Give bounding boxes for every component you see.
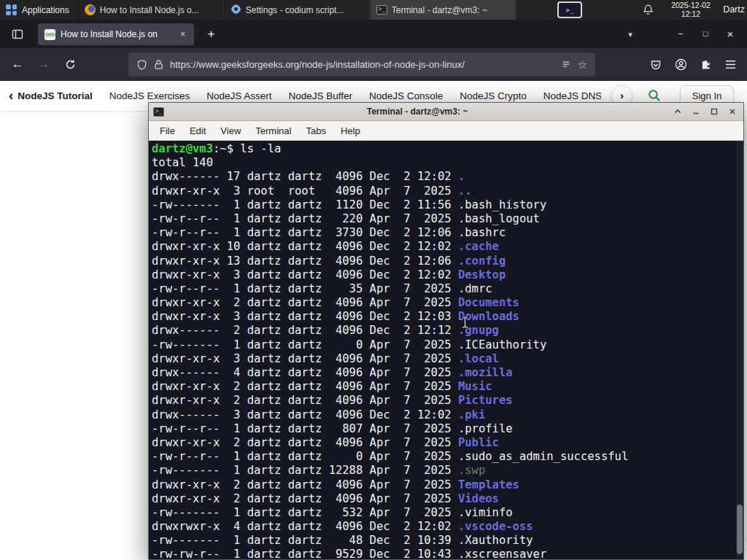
nav-link-nodejs-tutorial[interactable]: NodeJS Tutorial: [18, 90, 93, 101]
terminal-line: drwxr-xr-x 3 dartz dartz 4096 Apr 7 2025…: [152, 352, 743, 366]
menu-help[interactable]: Help: [333, 125, 368, 136]
terminal-scrollbar-thumb[interactable]: [737, 505, 743, 554]
terminal-line: -rw-r--r-- 1 dartz dartz 220 Apr 7 2025 …: [152, 212, 743, 226]
nav-link-nodejs-crypto[interactable]: NodeJS Crypto: [460, 90, 527, 101]
terminal-titlebar[interactable]: >_ Terminal - dartz@vm3: ~: [149, 103, 743, 121]
terminal-icon: >_: [376, 5, 387, 15]
terminal-line: drwxrwxr-x 4 dartz dartz 4096 Dec 2 12:0…: [152, 520, 743, 534]
tab-close-button[interactable]: ×: [176, 28, 190, 42]
terminal-minimize-button[interactable]: [689, 105, 703, 119]
terminal-line: drwxr-xr-x 2 dartz dartz 4096 Apr 7 2025…: [152, 478, 743, 492]
taskbar-item-terminal[interactable]: >_ Terminal - dartz@vm3: ~: [370, 0, 516, 20]
terminal-line: -rw-r--r-- 1 dartz dartz 3730 Dec 2 12:0…: [152, 226, 743, 240]
terminal-line: -rw-r--r-- 1 dartz dartz 0 Apr 7 2025 .s…: [152, 450, 743, 464]
tab-title: How to Install Node.js on: [61, 29, 171, 39]
window-maximize-button[interactable]: □: [694, 23, 716, 44]
terminal-line: drwxr-xr-x 2 dartz dartz 4096 Apr 7 2025…: [152, 380, 743, 394]
terminal-close-button[interactable]: [725, 105, 739, 119]
nav-link-nodejs-dns[interactable]: NodeJS DNS: [543, 90, 601, 101]
reload-button[interactable]: [58, 52, 82, 76]
applications-menu-button[interactable]: Applications: [0, 0, 78, 20]
notification-bell-icon[interactable]: [643, 4, 654, 18]
pocket-icon: [650, 59, 662, 71]
terminal-line: drwxr-xr-x 2 dartz dartz 4096 Apr 7 2025…: [152, 436, 743, 450]
menu-terminal[interactable]: Terminal: [248, 125, 298, 136]
terminal-line: -rw------- 1 dartz dartz 48 Dec 2 10:39 …: [152, 534, 743, 548]
lock-icon[interactable]: [154, 59, 163, 70]
username-label: Dartz: [723, 4, 745, 15]
terminal-line: drwxr-xr-x 2 dartz dartz 4096 Apr 7 2025…: [152, 394, 743, 408]
firefox-view-button[interactable]: [8, 25, 27, 44]
account-button[interactable]: [668, 52, 693, 77]
site-nav-links: NodeJS Tutorial NodeJS Exercises NodeJS …: [18, 90, 601, 101]
menu-edit[interactable]: Edit: [182, 125, 213, 136]
terminal-shade-button[interactable]: [670, 105, 684, 119]
geeksforgeeks-favicon: GfG: [44, 29, 55, 40]
firefox-icon: [85, 4, 96, 15]
terminal-line: -rw------- 1 dartz dartz 532 Apr 7 2025 …: [152, 506, 743, 520]
browser-tab-active[interactable]: GfG How to Install Node.js on ×: [38, 23, 194, 45]
bookmark-star-icon[interactable]: ☆: [578, 58, 587, 71]
desktop-panel: Applications How to Install Node.js o...…: [0, 0, 747, 20]
menu-tabs[interactable]: Tabs: [298, 125, 333, 136]
menu-file[interactable]: File: [152, 125, 182, 136]
menu-view[interactable]: View: [213, 125, 248, 136]
reload-icon: [65, 59, 76, 70]
terminal-line: drwxr-xr-x 2 dartz dartz 4096 Apr 7 2025…: [152, 492, 743, 506]
terminal-line: -rw------- 1 dartz dartz 12288 Apr 7 202…: [152, 464, 743, 478]
taskbar-item-label: How to Install Node.js o...: [100, 5, 199, 15]
terminal-window: >_ Terminal - dartz@vm3: ~ File Edit Vie…: [148, 102, 744, 560]
terminal-window-icon: >_: [153, 107, 164, 117]
terminal-line: drwx------ 3 dartz dartz 4096 Dec 2 12:0…: [152, 408, 743, 422]
applications-grid-icon: [6, 4, 17, 15]
terminal-line: -rw-r--r-- 1 dartz dartz 807 Apr 7 2025 …: [152, 422, 743, 436]
panel-clock[interactable]: 2025-12-02 12:12: [667, 1, 715, 18]
nav-link-nodejs-buffer[interactable]: NodeJS Buffer: [288, 90, 352, 101]
clock-date: 2025-12-02: [667, 1, 715, 10]
clock-time: 12:12: [667, 10, 715, 19]
terminal-line: drwx------ 2 dartz dartz 4096 Dec 2 12:1…: [152, 324, 743, 338]
window-close-button[interactable]: ×: [719, 23, 741, 44]
firefox-view-icon: [12, 28, 23, 40]
tray-terminal-glyph: >_: [566, 7, 574, 14]
extensions-button[interactable]: [693, 52, 718, 77]
taskbar-item-label: Terminal - dartz@vm3: ~: [392, 5, 487, 15]
terminal-line: total 140: [152, 156, 743, 170]
tray-terminal-icon[interactable]: >_: [557, 1, 582, 18]
taskbar-item-browser[interactable]: How to Install Node.js o...: [78, 0, 224, 20]
back-button[interactable]: ←: [6, 52, 29, 76]
applications-menu-label: Applications: [22, 5, 69, 15]
terminal-line: drwxr-xr-x 2 dartz dartz 4096 Apr 7 2025…: [152, 296, 743, 310]
list-all-tabs-button[interactable]: ▾: [622, 26, 639, 42]
browser-tab-bar: GfG How to Install Node.js on × + ▾ − □ …: [0, 20, 747, 48]
nav-link-nodejs-console[interactable]: NodeJS Console: [369, 90, 443, 101]
terminal-menubar: File Edit View Terminal Tabs Help: [149, 121, 743, 141]
settings-gear-icon: [231, 4, 241, 17]
terminal-maximize-button[interactable]: [707, 105, 721, 119]
nav-scroll-left-chevron-icon[interactable]: ‹: [7, 88, 18, 105]
reader-mode-icon[interactable]: [561, 60, 571, 70]
url-bar[interactable]: https://www.geeksforgeeks.org/node-js/in…: [128, 52, 595, 77]
terminal-line: drwx------ 17 dartz dartz 4096 Dec 2 12:…: [152, 170, 743, 184]
pocket-save-button[interactable]: [643, 52, 668, 77]
tracking-shield-icon[interactable]: [136, 59, 147, 71]
terminal-scrollbar[interactable]: [736, 141, 743, 559]
terminal-line: drwxr-xr-x 10 dartz dartz 4096 Dec 2 12:…: [152, 240, 743, 254]
taskbar-item-settings[interactable]: Settings - codium script...: [224, 0, 370, 20]
nav-link-nodejs-assert[interactable]: NodeJS Assert: [206, 90, 271, 101]
terminal-line: -rw------- 1 dartz dartz 0 Apr 7 2025 .I…: [152, 338, 743, 352]
nav-link-nodejs-exercises[interactable]: NodeJS Exercises: [109, 90, 190, 101]
puzzle-icon: [700, 59, 711, 70]
taskbar-item-label: Settings - codium script...: [246, 5, 344, 15]
terminal-line: drwxr-xr-x 3 dartz dartz 4096 Dec 2 12:0…: [152, 310, 743, 324]
new-tab-button[interactable]: +: [202, 26, 220, 44]
terminal-output: dartz@vm3:~$ ls -latotal 140drwx------ 1…: [152, 142, 743, 559]
terminal-line: drwx------ 4 dartz dartz 4096 Apr 7 2025…: [152, 366, 743, 380]
forward-button[interactable]: →: [32, 52, 55, 76]
window-minimize-button[interactable]: −: [670, 23, 692, 44]
terminal-line: dartz@vm3:~$ ls -la: [152, 142, 743, 156]
terminal-body[interactable]: dartz@vm3:~$ ls -latotal 140drwx------ 1…: [149, 141, 743, 559]
url-text: https://www.geeksforgeeks.org/node-js/in…: [170, 59, 554, 70]
menu-button[interactable]: [718, 52, 743, 77]
terminal-line: -rw------- 1 dartz dartz 1120 Dec 2 11:5…: [152, 198, 743, 212]
